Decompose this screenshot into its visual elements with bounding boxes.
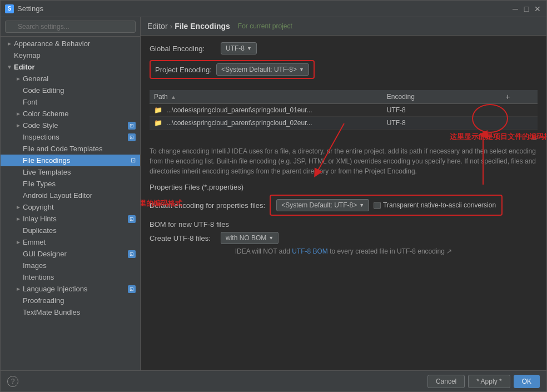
create-bom-dropdown[interactable]: with NO BOM ▼ bbox=[221, 232, 279, 244]
minimize-button[interactable]: ─ bbox=[511, 4, 520, 13]
sidebar-tree: Appearance & Behavior Keymap Editor Gene… bbox=[1, 37, 140, 370]
app-icon: S bbox=[5, 4, 14, 13]
sidebar-item-textmate[interactable]: TextMate Bundles bbox=[1, 306, 140, 318]
global-encoding-row: Global Encoding: UTF-8 ▼ bbox=[150, 42, 538, 54]
for-current-project[interactable]: For current project bbox=[238, 22, 292, 30]
sidebar-item-color-scheme[interactable]: Color Scheme bbox=[1, 108, 140, 120]
sidebar: 🔍 Appearance & Behavior Keymap bbox=[1, 17, 141, 370]
sidebar-item-file-encodings[interactable]: File Encodings ⊡ bbox=[1, 155, 140, 166]
main-content: 🔍 Appearance & Behavior Keymap bbox=[1, 17, 546, 370]
cancel-button[interactable]: Cancel bbox=[427, 375, 465, 388]
help-button[interactable]: ? bbox=[7, 376, 18, 387]
project-encoding-row: Project Encoding: <System Default: UTF-8… bbox=[150, 60, 315, 79]
titlebar: S Settings ─ □ ✕ bbox=[1, 1, 546, 17]
properties-row: Default encoding for properties files: <… bbox=[150, 195, 538, 216]
arrow-icon bbox=[15, 286, 22, 292]
path-column-header[interactable]: Path ▲ bbox=[150, 90, 382, 104]
inlay-badge: ⊡ bbox=[128, 215, 136, 223]
close-button[interactable]: ✕ bbox=[533, 4, 542, 13]
table-row: 📁 ...\codes\springcloud_parent\springclo… bbox=[150, 117, 538, 130]
sidebar-item-language-injections[interactable]: Language Injections ⊡ bbox=[1, 283, 140, 295]
arrow-icon bbox=[15, 239, 22, 246]
folder-icon: 📁 bbox=[154, 106, 162, 114]
sidebar-item-copyright[interactable]: Copyright bbox=[1, 201, 140, 213]
table-cell-actions bbox=[499, 104, 538, 117]
gui-badge: ⊡ bbox=[128, 250, 136, 258]
sidebar-item-file-code-templates[interactable]: File and Code Templates bbox=[1, 143, 140, 155]
sidebar-item-editor[interactable]: Editor bbox=[1, 61, 140, 73]
table-cell-actions bbox=[499, 117, 538, 130]
arrow-icon bbox=[15, 204, 22, 211]
breadcrumb-editor: Editor bbox=[147, 22, 168, 31]
chevron-down-icon: ▼ bbox=[268, 235, 274, 241]
arrow-icon bbox=[15, 122, 22, 129]
arrow-icon bbox=[15, 76, 22, 82]
settings-window: S Settings ─ □ ✕ 🔍 Appearance & Behavior bbox=[0, 0, 547, 392]
table-row: 📁 ...\codes\springcloud_parent\springclo… bbox=[150, 104, 538, 117]
properties-encoding-dropdown[interactable]: <System Default: UTF-8> ▼ bbox=[276, 199, 369, 211]
properties-highlight: <System Default: UTF-8> ▼ Transparent na… bbox=[270, 195, 503, 216]
bom-title: BOM for new UTF-8 files bbox=[150, 220, 538, 229]
apply-button[interactable]: * Apply * bbox=[468, 375, 510, 388]
sidebar-item-keymap[interactable]: Keymap bbox=[1, 49, 140, 61]
arrow-icon bbox=[15, 216, 22, 222]
file-table-container: Path ▲ Encoding + bbox=[150, 90, 538, 130]
chevron-down-icon: ▼ bbox=[247, 46, 252, 51]
sidebar-item-code-editing[interactable]: Code Editing bbox=[1, 85, 140, 96]
create-label: Create UTF-8 files: bbox=[150, 234, 216, 242]
bom-row: Create UTF-8 files: with NO BOM ▼ bbox=[150, 232, 538, 244]
inspections-badge: ⊡ bbox=[128, 133, 136, 141]
sidebar-item-gui-designer[interactable]: GUI Designer ⊡ bbox=[1, 248, 140, 260]
description-text: To change encoding IntelliJ IDEA uses fo… bbox=[150, 146, 538, 176]
table-cell-path: 📁 ...\codes\springcloud_parent\springclo… bbox=[150, 104, 382, 117]
project-encoding-label: Project Encoding: bbox=[155, 66, 212, 74]
breadcrumb: Editor › File Encodings bbox=[147, 22, 230, 31]
transparent-checkbox-label: Transparent native-to-ascii conversion bbox=[374, 201, 496, 209]
utf8-bom-link[interactable]: UTF-8 BOM bbox=[292, 247, 328, 255]
sidebar-item-file-types[interactable]: File Types bbox=[1, 178, 140, 190]
sidebar-item-live-templates[interactable]: Live Templates bbox=[1, 166, 140, 178]
arrow-icon bbox=[6, 41, 13, 47]
sidebar-item-duplicates[interactable]: Duplicates bbox=[1, 225, 140, 236]
annotation-text-1: 我们需要设置这里的编码格式 bbox=[141, 199, 182, 209]
lang-badge: ⊡ bbox=[128, 285, 136, 293]
sidebar-item-appearance[interactable]: Appearance & Behavior bbox=[1, 38, 140, 49]
sidebar-item-proofreading[interactable]: Proofreading bbox=[1, 295, 140, 306]
code-style-badge: ⊡ bbox=[128, 122, 136, 130]
add-path-button[interactable]: + bbox=[503, 92, 512, 101]
annotation-text-2: 这里显示的是项目文件的编码格式 bbox=[450, 132, 546, 142]
right-header: Editor › File Encodings For current proj… bbox=[141, 17, 546, 36]
table-cell-encoding: UTF-8 bbox=[382, 117, 499, 130]
sidebar-item-inspections[interactable]: Inspections ⊡ bbox=[1, 131, 140, 143]
sidebar-item-emmet[interactable]: Emmet bbox=[1, 236, 140, 248]
sidebar-item-intentions[interactable]: Intentions bbox=[1, 271, 140, 283]
search-input[interactable] bbox=[5, 21, 136, 33]
arrow-icon bbox=[15, 111, 22, 117]
sidebar-item-code-style[interactable]: Code Style ⊡ bbox=[1, 120, 140, 131]
sidebar-item-general[interactable]: General bbox=[1, 73, 140, 85]
transparent-checkbox[interactable] bbox=[374, 202, 381, 209]
global-encoding-label: Global Encoding: bbox=[150, 44, 216, 53]
breadcrumb-current: File Encodings bbox=[175, 22, 230, 31]
right-body: Global Encoding: UTF-8 ▼ Project Encodin… bbox=[141, 36, 546, 370]
global-encoding-dropdown[interactable]: UTF-8 ▼ bbox=[221, 42, 257, 54]
ok-button[interactable]: OK bbox=[514, 375, 540, 388]
project-encoding-dropdown[interactable]: <System Default: UTF-8> ▼ bbox=[216, 63, 309, 76]
search-box: 🔍 bbox=[1, 17, 140, 37]
sidebar-item-images[interactable]: Images bbox=[1, 260, 140, 271]
file-table: Path ▲ Encoding + bbox=[150, 90, 538, 130]
sidebar-item-inlay-hints[interactable]: Inlay Hints ⊡ bbox=[1, 213, 140, 225]
table-cell-path: 📁 ...\codes\springcloud_parent\springclo… bbox=[150, 117, 382, 130]
bottom-bar: ? Cancel * Apply * OK bbox=[1, 370, 546, 391]
sidebar-item-android-layout[interactable]: Android Layout Editor bbox=[1, 190, 140, 201]
maximize-button[interactable]: □ bbox=[522, 4, 531, 13]
sidebar-item-font[interactable]: Font bbox=[1, 96, 140, 108]
sort-icon: ▲ bbox=[171, 94, 176, 100]
table-cell-encoding: UTF-8 bbox=[382, 104, 499, 117]
action-buttons: Cancel * Apply * OK bbox=[427, 375, 540, 388]
properties-title: Properties Files (*.properties) bbox=[150, 183, 538, 191]
encoding-column-header[interactable]: Encoding bbox=[382, 90, 499, 104]
properties-section-container: Properties Files (*.properties) Default … bbox=[150, 183, 538, 216]
idea-note: IDEA will NOT add UTF-8 BOM to every cre… bbox=[150, 247, 538, 255]
chevron-down-icon: ▼ bbox=[299, 67, 304, 72]
